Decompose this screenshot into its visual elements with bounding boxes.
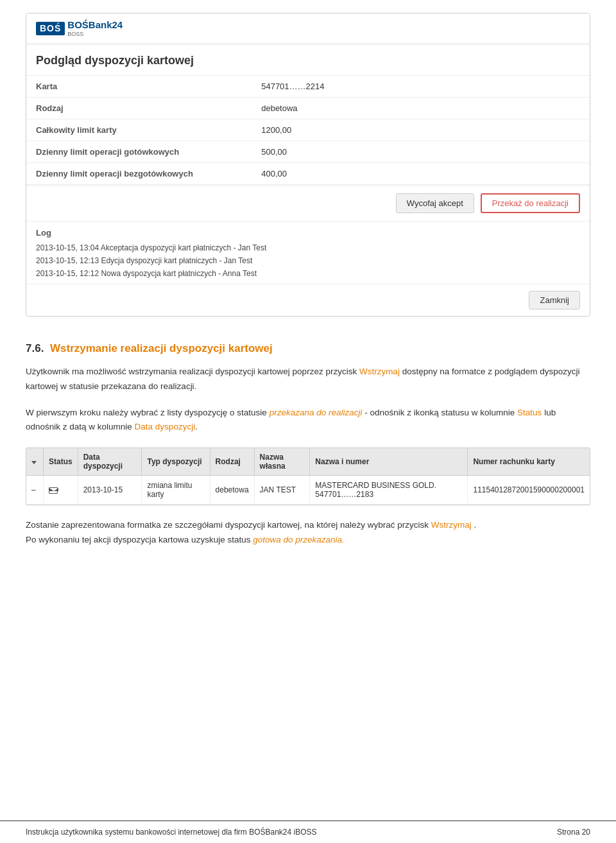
log-title: Log [36, 228, 580, 238]
przekaz-do-realizacji-button[interactable]: Przekaż do realizacji [481, 193, 580, 213]
section-paragraph1: Użytkownik ma możliwość wstrzymania real… [26, 365, 590, 394]
bottom-actions: Zamknij [26, 284, 590, 316]
card-field-limit-bezgotowkowy: Dzienny limit operacji bezgotówkowych 40… [26, 162, 590, 184]
wstrzymaj-link[interactable]: Wstrzymaj [359, 367, 400, 376]
card-details-table: Karta 547701……2214 Rodzaj debetowa Całko… [26, 76, 590, 185]
disposition-table-wrapper: Status Data dyspozycji Typ dyspozycji Ro… [26, 448, 590, 505]
col-nazwa-numer-header: Nazwa i numer [310, 448, 468, 476]
card-field-limit-calkowity: Całkowity limit karty 1200,00 [26, 119, 590, 141]
bottom-text2: Po wykonaniu tej akcji dyspozycja kartow… [26, 535, 253, 544]
paragraph1-text: Użytkownik ma możliwość wstrzymania real… [26, 367, 359, 376]
cell-numer-rachunku: 11154012872001590000200001 [468, 476, 590, 505]
field-value-rodzaj: debetowa [252, 97, 590, 119]
section-number: 7.6. [26, 342, 44, 354]
bottom-paragraph2: Po wykonaniu tej akcji dyspozycja kartow… [26, 533, 590, 548]
section-paragraph2: W pierwszym kroku należy wybrać z listy … [26, 406, 590, 435]
cell-filter-value: – [31, 485, 36, 494]
bottom-paragraph1: Zostanie zaprezentowana formatka ze szcz… [26, 518, 590, 533]
footer-right: Strona 20 [557, 828, 590, 837]
cell-filter: – [26, 476, 44, 505]
col-filter-header[interactable] [26, 448, 44, 476]
table-header-row: Status Data dyspozycji Typ dyspozycji Ro… [26, 448, 590, 476]
bank-name-text: BOŚBank24 [67, 20, 123, 31]
log-entry-2: 2013-10-15, 12:12 Nowa dyspozycja kart p… [36, 267, 580, 280]
card-field-karta: Karta 547701……2214 [26, 76, 590, 98]
footer-left: Instrukcja użytkownika systemu bankowośc… [26, 828, 317, 837]
field-value-limit-calkowity: 1200,00 [252, 119, 590, 141]
bottom-text1b: . [472, 520, 477, 530]
field-label-limit-calkowity: Całkowity limit karty [26, 119, 252, 141]
card-field-rodzaj: Rodzaj debetowa [26, 97, 590, 119]
section-title: Wstrzymanie realizacji dyspozycji kartow… [50, 342, 273, 354]
bank-header: BOŚ BOŚBank24 BOSS [26, 13, 590, 44]
field-value-karta: 547701……2214 [252, 76, 590, 98]
cell-data[interactable]: 2013-10-15 [78, 476, 142, 505]
col-rodzaj-header: Rodzaj [210, 448, 254, 476]
field-label-limit-gotowkowy: Dzienny limit operacji gotówkowych [26, 141, 252, 162]
disposition-table: Status Data dyspozycji Typ dyspozycji Ro… [26, 448, 590, 505]
col-typ-header: Typ dyspozycji [142, 448, 210, 476]
col-status-header: Status [44, 448, 78, 476]
bank-subtitle: BOSS [67, 31, 123, 37]
filter-dropdown-icon[interactable] [31, 461, 37, 464]
log-entry-1: 2013-10-15, 12:13 Edycja dyspozycji kart… [36, 254, 580, 267]
envelope-icon [49, 487, 58, 494]
gotowa-link: gotowa do przekazania. [253, 535, 345, 544]
cell-nazwa-wlasna: JAN TEST [254, 476, 310, 505]
cell-nazwa-numer: MASTERCARD BUSINESS GOLD. 547701……2183 [310, 476, 468, 505]
cell-status[interactable] [44, 476, 78, 505]
log-section: Log 2013-10-15, 13:04 Akceptacja dyspozy… [26, 221, 590, 284]
bottom-text1: Zostanie zaprezentowana formatka ze szcz… [26, 520, 431, 530]
field-label-rodzaj: Rodzaj [26, 97, 252, 119]
paragraph2-pre: W pierwszym kroku należy wybrać z listy … [26, 408, 270, 417]
paragraph2-mid: - odnośnik z ikonką statusu w kolumnie [362, 408, 517, 417]
wstrzymaj-bottom-link[interactable]: Wstrzymaj [431, 520, 472, 530]
card-preview-title: Podgląd dyspozycji kartowej [26, 44, 590, 76]
card-actions: Wycofaj akcept Przekaż do realizacji [26, 185, 590, 221]
data-dyspozycji-link: Data dyspozycji [135, 422, 196, 431]
wycofaj-akcept-button[interactable]: Wycofaj akcept [396, 193, 474, 213]
bank-logo: BOŚ BOŚBank24 BOSS [36, 20, 123, 37]
card-preview-box: BOŚ BOŚBank24 BOSS Podgląd dyspozycji ka… [26, 13, 590, 317]
paragraph2-end: . [195, 422, 198, 431]
col-numer-rachunku-header: Numer rachunku karty [468, 448, 590, 476]
przekazana-link: przekazana do realizacji [270, 408, 363, 417]
card-field-limit-gotowkowy: Dzienny limit operacji gotówkowych 500,0… [26, 141, 590, 162]
table-row[interactable]: – 2013-10-15 zmiana limitu karty debetow… [26, 476, 590, 505]
col-data-header: Data dyspozycji [78, 448, 142, 476]
log-entry-0: 2013-10-15, 13:04 Akceptacja dyspozycji … [36, 241, 580, 254]
cell-rodzaj: debetowa [210, 476, 254, 505]
field-label-limit-bezgotowkowy: Dzienny limit operacji bezgotówkowych [26, 162, 252, 184]
field-value-limit-bezgotowkowy: 400,00 [252, 162, 590, 184]
logo-icon: BOŚ [36, 22, 65, 35]
section-heading: 7.6. Wstrzymanie realizacji dyspozycji k… [26, 342, 590, 355]
field-value-limit-gotowkowy: 500,00 [252, 141, 590, 162]
zamknij-button[interactable]: Zamknij [529, 291, 580, 309]
status-link: Status [517, 408, 542, 417]
col-nazwa-wlasna-header: Nazwa własna [254, 448, 310, 476]
bottom-text: Zostanie zaprezentowana formatka ze szcz… [26, 518, 590, 548]
page-footer: Instrukcja użytkownika systemu bankowośc… [0, 821, 616, 843]
field-label-karta: Karta [26, 76, 252, 98]
cell-typ: zmiana limitu karty [142, 476, 210, 505]
